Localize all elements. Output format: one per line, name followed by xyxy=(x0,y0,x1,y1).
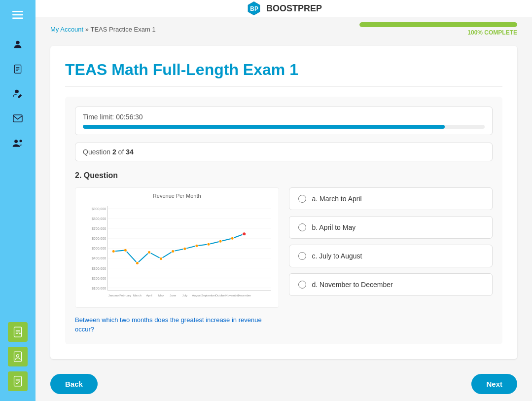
bottom-buttons: Back Next xyxy=(35,369,532,401)
sidebar-checklist-1-icon[interactable] xyxy=(8,322,28,342)
svg-text:September: September xyxy=(201,294,215,297)
progress-bar-outer xyxy=(359,22,517,27)
question-card: Time limit: 00:56:30 Question 2 of 34 2.… xyxy=(65,97,502,344)
question-current: 2 xyxy=(112,148,116,156)
svg-point-48 xyxy=(183,247,186,250)
svg-point-17 xyxy=(17,355,19,357)
svg-text:$600,000: $600,000 xyxy=(92,237,106,240)
sidebar-edit-user-icon[interactable] xyxy=(8,84,28,104)
svg-text:May: May xyxy=(158,294,164,297)
svg-point-8 xyxy=(15,90,19,93)
answer-label-c: c. July to August xyxy=(312,252,362,260)
svg-rect-0 xyxy=(12,11,23,12)
svg-text:$200,000: $200,000 xyxy=(92,277,106,280)
breadcrumb-my-account[interactable]: My Account xyxy=(50,26,83,33)
svg-text:July: July xyxy=(182,294,187,297)
sidebar-document-icon[interactable] xyxy=(8,59,28,79)
svg-point-43 xyxy=(124,249,127,252)
svg-rect-2 xyxy=(12,18,23,19)
svg-text:February: February xyxy=(119,294,131,297)
answer-label-a: a. March to April xyxy=(312,195,362,203)
svg-rect-16 xyxy=(14,352,22,362)
svg-point-47 xyxy=(172,250,175,253)
svg-text:BP: BP xyxy=(250,5,258,12)
svg-point-10 xyxy=(14,140,18,143)
sidebar-profile-icon[interactable] xyxy=(8,35,28,54)
radio-c[interactable] xyxy=(298,252,306,260)
svg-rect-9 xyxy=(13,115,22,122)
main-content: BP BOOSTPREP My Account » TEAS Practice … xyxy=(35,0,532,401)
question-sep: of xyxy=(116,148,126,156)
menu-icon[interactable] xyxy=(8,5,28,25)
back-button[interactable]: Back xyxy=(50,374,98,394)
breadcrumb-exam: TEAS Practice Exam 1 xyxy=(90,26,155,33)
chart-title: Revenue Per Month xyxy=(80,193,274,199)
svg-point-51 xyxy=(219,240,222,243)
svg-point-42 xyxy=(112,250,115,253)
svg-point-52 xyxy=(231,237,234,240)
radio-a[interactable] xyxy=(298,195,306,203)
question-prefix: Question xyxy=(83,148,112,156)
sidebar-mail-icon[interactable] xyxy=(8,109,28,128)
question-body: Revenue Per Month $900,000 $800,000 $700… xyxy=(75,187,493,334)
answer-label-b: b. April to May xyxy=(312,223,356,231)
svg-rect-1 xyxy=(12,14,23,16)
topbar: BP BOOSTPREP xyxy=(35,0,532,17)
timer-box: Time limit: 00:56:30 xyxy=(75,107,493,135)
svg-text:$800,000: $800,000 xyxy=(92,217,106,220)
sidebar-group-icon[interactable] xyxy=(8,133,28,153)
svg-point-11 xyxy=(19,140,22,142)
svg-text:$400,000: $400,000 xyxy=(92,256,106,260)
svg-point-44 xyxy=(136,261,139,264)
progress-bar-inner xyxy=(359,22,517,27)
chart-container: Revenue Per Month $900,000 $800,000 $700… xyxy=(75,187,279,308)
question-total: 34 xyxy=(126,148,134,156)
svg-text:January: January xyxy=(108,294,119,297)
question-text: Between which two months does the greate… xyxy=(75,315,279,334)
svg-point-49 xyxy=(195,244,198,247)
answer-label-d: d. November to December xyxy=(312,281,393,289)
svg-text:$700,000: $700,000 xyxy=(92,227,106,230)
logo: BP BOOSTPREP xyxy=(246,0,322,17)
svg-text:December: December xyxy=(237,294,251,297)
next-button[interactable]: Next xyxy=(471,374,517,394)
breadcrumb-separator: » xyxy=(85,26,91,33)
sidebar-checklist-2-icon[interactable] xyxy=(8,347,28,366)
progress-area: 100% COMPLETE xyxy=(359,22,517,36)
svg-text:$500,000: $500,000 xyxy=(92,247,106,250)
svg-text:June: June xyxy=(170,294,177,297)
radio-d[interactable] xyxy=(298,281,306,289)
answer-option-b[interactable]: b. April to May xyxy=(289,216,493,239)
timer-bar-outer xyxy=(83,125,485,129)
svg-text:August: August xyxy=(192,294,202,297)
svg-text:March: March xyxy=(133,294,142,297)
answer-option-a[interactable]: a. March to April xyxy=(289,187,493,210)
breadcrumb-bar: My Account » TEAS Practice Exam 1 100% C… xyxy=(35,17,532,41)
svg-text:April: April xyxy=(146,294,152,297)
chart-svg: $900,000 $800,000 $700,000 $600,000 $500… xyxy=(80,201,274,302)
sidebar xyxy=(0,0,35,401)
timer-label: Time limit: 00:56:30 xyxy=(83,113,485,121)
question-word: Question xyxy=(84,171,118,180)
sidebar-checklist-3-icon[interactable] xyxy=(8,371,28,391)
svg-point-45 xyxy=(148,251,151,254)
question-number-box: Question 2 of 34 xyxy=(75,143,493,161)
svg-point-53 xyxy=(243,232,246,236)
exam-title: TEAS Math Full-Length Exam 1 xyxy=(65,61,502,87)
answers-area: a. March to April b. April to May c. Jul… xyxy=(289,187,493,334)
svg-point-46 xyxy=(160,257,163,260)
progress-label: 100% COMPLETE xyxy=(467,29,517,36)
radio-b[interactable] xyxy=(298,223,306,231)
exam-card: TEAS Math Full-Length Exam 1 Time limit:… xyxy=(50,46,517,359)
svg-text:$100,000: $100,000 xyxy=(92,287,106,290)
svg-point-3 xyxy=(16,41,19,44)
question-label: 2. Question xyxy=(75,171,493,180)
svg-text:$300,000: $300,000 xyxy=(92,267,106,270)
question-number: 2. xyxy=(75,171,81,180)
logo-text: BOOSTPREP xyxy=(266,3,322,14)
svg-rect-18 xyxy=(14,376,22,386)
answer-option-c[interactable]: c. July to August xyxy=(289,245,493,267)
answer-option-d[interactable]: d. November to December xyxy=(289,273,493,296)
chart-area: Revenue Per Month $900,000 $800,000 $700… xyxy=(75,187,279,334)
svg-point-50 xyxy=(207,243,210,246)
